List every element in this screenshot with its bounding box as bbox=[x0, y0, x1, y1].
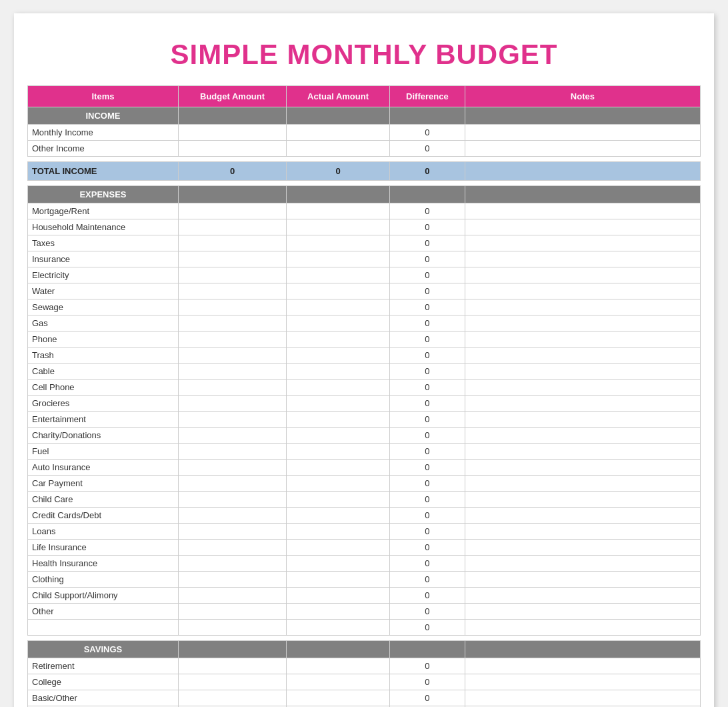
expenses-section-header: EXPENSES bbox=[28, 186, 701, 203]
table-row: Taxes 0 bbox=[28, 235, 701, 251]
col-notes: Notes bbox=[465, 86, 700, 107]
col-actual: Actual Amount bbox=[287, 86, 390, 107]
table-row: Other Income 0 bbox=[28, 141, 701, 157]
table-row: Health Insurance 0 bbox=[28, 556, 701, 572]
table-row: Child Support/Alimony 0 bbox=[28, 588, 701, 604]
table-row: Sewage 0 bbox=[28, 299, 701, 315]
col-budget: Budget Amount bbox=[178, 86, 286, 107]
table-row: Life Insurance 0 bbox=[28, 540, 701, 556]
table-row: College 0 bbox=[28, 674, 701, 690]
table-row: Car Payment 0 bbox=[28, 476, 701, 492]
total-income-row: TOTAL INCOME 0 0 0 bbox=[28, 162, 701, 181]
table-row: Insurance 0 bbox=[28, 251, 701, 267]
spacer bbox=[28, 181, 701, 186]
table-row: Entertainment 0 bbox=[28, 412, 701, 428]
table-row: Phone 0 bbox=[28, 331, 701, 347]
income-section-header: INCOME bbox=[28, 107, 701, 125]
table-row: Charity/Donations 0 bbox=[28, 428, 701, 444]
page-title: SIMPLE MONTHLY BUDGET bbox=[27, 27, 701, 85]
table-row: Other 0 bbox=[28, 604, 701, 620]
table-row: Electricity 0 bbox=[28, 267, 701, 283]
spacer bbox=[28, 636, 701, 641]
col-items: Items bbox=[28, 86, 179, 107]
budget-table: Items Budget Amount Actual Amount Differ… bbox=[27, 85, 701, 707]
table-row: Gas 0 bbox=[28, 315, 701, 331]
page-container: SIMPLE MONTHLY BUDGET Items Budget Amoun… bbox=[14, 13, 714, 707]
table-header: Items Budget Amount Actual Amount Differ… bbox=[28, 86, 701, 107]
table-row: Water 0 bbox=[28, 283, 701, 299]
table-row: Fuel 0 bbox=[28, 444, 701, 460]
table-row: Cell Phone 0 bbox=[28, 380, 701, 396]
table-row: Credit Cards/Debt 0 bbox=[28, 508, 701, 524]
table-row: Retirement 0 bbox=[28, 658, 701, 674]
table-row: Clothing 0 bbox=[28, 572, 701, 588]
savings-section-header: SAVINGS bbox=[28, 641, 701, 658]
table-row: 0 bbox=[28, 620, 701, 636]
table-row: Child Care 0 bbox=[28, 492, 701, 508]
table-row: Basic/Other 0 bbox=[28, 690, 701, 706]
table-row: Monthly Income 0 bbox=[28, 125, 701, 141]
spacer bbox=[28, 157, 701, 162]
table-row: Trash 0 bbox=[28, 347, 701, 364]
table-row: Mortgage/Rent 0 bbox=[28, 203, 701, 219]
table-row: Loans 0 bbox=[28, 524, 701, 540]
table-row: Cable 0 bbox=[28, 364, 701, 380]
table-row: Grocieres 0 bbox=[28, 396, 701, 412]
table-row: Household Maintenance 0 bbox=[28, 219, 701, 235]
col-difference: Difference bbox=[389, 86, 465, 107]
table-row: Auto Insurance 0 bbox=[28, 460, 701, 476]
